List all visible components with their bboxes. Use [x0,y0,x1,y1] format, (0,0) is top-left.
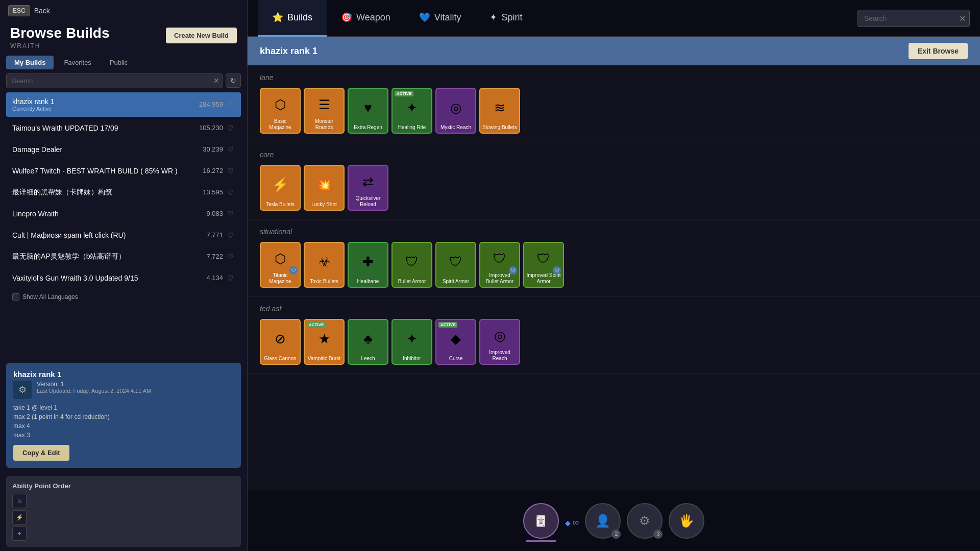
main-content: khazix rank 1 Exit Browse lane ⬡ Basic M… [248,37,980,490]
item-name: Healbane [357,279,379,285]
tab-my-builds[interactable]: My Builds [6,56,54,69]
item-card-titanic-magazine[interactable]: 🛡 ⬡ Titanic Magazine [260,242,301,288]
search-clear-icon[interactable]: ✕ [213,77,219,85]
item-card-toxic-bullets[interactable]: ☣ Toxic Bullets [304,242,345,288]
build-detail-title: khazix rank 1 [13,370,234,379]
fed-asf-section-label: fed asf [260,305,968,313]
mystic-reach-icon: ◎ [438,91,473,124]
core-items-row: ⚡ Tesla Bullets 💥 Lucky Shot ⇄ Quicksilv… [260,165,968,211]
ability-order-title: Ability Point Order [12,482,235,490]
quicksilver-reload-icon: ⇄ [351,168,385,195]
heart-button[interactable]: ♡ [226,187,235,197]
build-item[interactable]: Wulfee7 Twitch - BEST WRAITH BUILD ( 85%… [6,161,241,181]
item-card-monster-rounds[interactable]: ☰ Monster Rounds [304,88,345,134]
heart-button[interactable]: ♡ [226,252,235,262]
item-name: Quicksilver Reload [351,195,385,208]
item-card-curse[interactable]: ACTIVE ◆ Curse [435,319,476,365]
item-card-improved-reach[interactable]: ◎ Improved Reach [479,319,520,365]
item-card-lucky-shot[interactable]: 💥 Lucky Shot [304,165,345,211]
spirit-icon: ✦ [489,12,497,23]
item-name: Glass Cannon [264,356,296,362]
slowing-bullets-icon: ≋ [482,91,517,124]
ability-slot-3[interactable]: ⚙ 3 [627,503,663,539]
item-name: Mystic Reach [440,124,471,131]
exit-browse-button[interactable]: Exit Browse [909,43,968,59]
ability-slot-1[interactable]: 🃏 [523,503,559,539]
back-label[interactable]: Back [34,7,50,15]
item-card-improved-bullet-armor[interactable]: 🛡 🛡 Improved Bullet Armor [479,242,520,288]
build-item[interactable]: 最详细的黑帮妹（卡牌妹）构筑 13,595♡ [6,182,241,203]
situational-items-row: 🛡 ⬡ Titanic Magazine ☣ Toxic Bullets ✚ H… [260,242,968,288]
item-card-mystic-reach[interactable]: ◎ Mystic Reach [435,88,476,134]
item-card-glass-cannon[interactable]: ⊘ Glass Cannon [260,319,301,365]
copy-edit-button[interactable]: Copy & Edit [13,445,69,461]
build-item[interactable]: Vaxitylol's Gun Wraith 3.0 Updated 9/15 … [6,268,241,288]
build-item[interactable]: 最无脑的AP灵魅教学（b站高谱哥） 7,722♡ [6,246,241,267]
tab-favorites[interactable]: Favorites [56,56,99,69]
item-card-vampiric-burst[interactable]: ACTIVE ★ Vampiric Burst [304,319,345,365]
ability-slot-4[interactable]: 🖐 [669,503,704,539]
item-name: Inhibitor [403,356,421,362]
item-name: Bullet Armor [398,279,426,285]
heart-button[interactable]: ♡ [226,99,235,110]
nav-tab-weapon[interactable]: 🎯 Weapon [327,0,405,37]
nav-tab-spirit-label: Spirit [501,12,522,23]
bottom-ability-bar: 🃏 ◆ ∞ 👤 2 ⚙ 3 🖐 [248,490,980,551]
weapon-icon: 🎯 [341,12,352,23]
build-item-name: Linepro Wraith [12,210,59,218]
esc-button[interactable]: ESC [8,5,30,16]
item-card-healbane[interactable]: ✚ Healbane [348,242,388,288]
heart-button[interactable]: ♡ [226,209,235,219]
nav-search-input[interactable] [857,10,970,27]
item-card-extra-regen[interactable]: ♥ Extra Regen [348,88,388,134]
nav-tab-builds[interactable]: ⭐ Builds [258,0,327,37]
active-badge: ACTIVE [395,91,413,96]
tab-public[interactable]: Public [102,56,136,69]
core-section: core ⚡ Tesla Bullets 💥 Lucky Shot ⇄ Quic… [248,142,980,219]
build-item[interactable]: Damage Dealer 30,239♡ [6,139,241,160]
build-item[interactable]: Taimou's Wraith UPDATED 17/09 105,230♡ [6,118,241,138]
build-item-name: Damage Dealer [12,145,62,154]
build-item-count: 284,959 [199,101,223,108]
left-panel: ESC Back Browse Builds WRAITH Create New… [0,0,248,551]
ability-slot-2[interactable]: 👤 2 [585,503,621,539]
item-card-bullet-armor[interactable]: 🛡 Bullet Armor [391,242,432,288]
search-input[interactable] [6,73,223,88]
item-card-slowing-bullets[interactable]: ≋ Slowing Bullets [479,88,520,134]
monster-rounds-icon: ☰ [307,91,341,118]
build-item[interactable]: khazix rank 1 Currently Active 284,959 ♡ [6,92,241,117]
heart-button[interactable]: ♡ [226,123,235,133]
heart-button[interactable]: ♡ [226,230,235,240]
ability-point-order: Ability Point Order ⚔ ⚡ ✦ [6,476,241,547]
build-item[interactable]: Cult | Мафиози spam left click (RU) 7,77… [6,225,241,245]
item-card-inhibitor[interactable]: ✦ Inhibitor [391,319,432,365]
heart-button[interactable]: ♡ [226,273,235,283]
item-card-tesla-bullets[interactable]: ⚡ Tesla Bullets [260,165,301,211]
item-card-healing-rite[interactable]: ACTIVE ✦ Healing Rite [391,88,432,134]
vitality-icon: 💙 [419,12,430,23]
item-card-improved-spirit-armor[interactable]: 🛡 🛡 Improved Spirit Armor [523,242,564,288]
nav-tab-vitality[interactable]: 💙 Vitality [405,0,476,37]
heart-button[interactable]: ♡ [226,144,235,155]
show-all-languages-checkbox[interactable] [12,293,19,300]
leech-icon: ♣ [351,322,385,356]
nav-tab-weapon-label: Weapon [356,12,390,23]
build-item-name: Wulfee7 Twitch - BEST WRAITH BUILD ( 85%… [12,167,178,175]
build-content-title: khazix rank 1 [260,46,317,57]
build-updated: Last Updated: Friday, August 2, 2024 4:1… [37,388,234,394]
build-item[interactable]: Linepro Wraith 9,083♡ [6,204,241,224]
item-name: Basic Magazine [263,118,298,131]
item-card-spirit-armor[interactable]: 🛡 Spirit Armor [435,242,476,288]
nav-search-clear-icon[interactable]: ✕ [959,13,966,23]
build-list: khazix rank 1 Currently Active 284,959 ♡… [0,92,247,359]
refresh-button[interactable]: ↻ [226,73,241,88]
build-item-name: khazix rank 1 [12,97,54,106]
builds-icon: ⭐ [272,12,283,23]
item-card-leech[interactable]: ♣ Leech [348,319,388,365]
nav-tab-spirit[interactable]: ✦ Spirit [475,0,536,37]
build-detail-meta: ⚙ Version: 1 Last Updated: Friday, Augus… [13,381,234,399]
heart-button[interactable]: ♡ [226,166,235,176]
item-card-quicksilver-reload[interactable]: ⇄ Quicksilver Reload [348,165,388,211]
create-new-build-button[interactable]: Create New Build [166,28,237,43]
item-card-basic-magazine[interactable]: ⬡ Basic Magazine [260,88,301,134]
